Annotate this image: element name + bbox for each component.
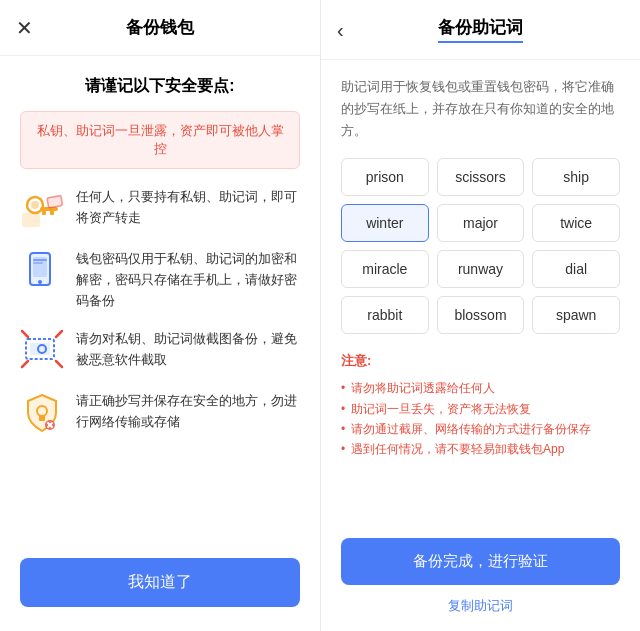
security-item-4: 请正确抄写并保存在安全的地方，勿进行网络传输或存储 [20, 391, 300, 435]
notice-item-4: 遇到任何情况，请不要轻易卸载钱包App [341, 439, 620, 459]
mnemonic-word-8: runway [437, 250, 525, 288]
left-header: ✕ 备份钱包 [0, 0, 320, 56]
right-content: 助记词用于恢复钱包或重置钱包密码，将它准确的抄写在纸上，并存放在只有你知道的安全… [321, 60, 640, 526]
mnemonic-grid: prisonscissorsshipwintermajortwicemiracl… [341, 158, 620, 334]
left-title: 备份钱包 [126, 16, 194, 39]
mnemonic-word-12: spawn [532, 296, 620, 334]
notice-section: 注意: 请勿将助记词透露给任何人助记词一旦丢失，资产将无法恢复请勿通过截屏、网络… [341, 352, 620, 460]
mnemonic-word-1: prison [341, 158, 429, 196]
right-header: ‹ 备份助记词 [321, 0, 640, 60]
backup-button[interactable]: 备份完成，进行验证 [341, 538, 620, 585]
back-button[interactable]: ‹ [337, 18, 344, 41]
mnemonic-description: 助记词用于恢复钱包或重置钱包密码，将它准确的抄写在纸上，并存放在只有你知道的安全… [341, 76, 620, 142]
notice-item-2: 助记词一旦丢失，资产将无法恢复 [341, 399, 620, 419]
security-text-2: 钱包密码仅用于私钥、助记词的加密和解密，密码只存储在手机上，请做好密码备份 [76, 249, 300, 311]
security-text-3: 请勿对私钥、助记词做截图备份，避免被恶意软件截取 [76, 329, 300, 371]
security-item-2: 钱包密码仅用于私钥、助记词的加密和解密，密码只存储在手机上，请做好密码备份 [20, 249, 300, 311]
svg-line-15 [22, 331, 28, 337]
mnemonic-word-2: scissors [437, 158, 525, 196]
svg-line-19 [56, 361, 62, 367]
warning-banner: 私钥、助记词一旦泄露，资产即可被他人掌控 [20, 111, 300, 169]
mnemonic-word-11: blossom [437, 296, 525, 334]
svg-rect-0 [22, 213, 40, 227]
svg-line-18 [22, 361, 28, 367]
notice-item-3: 请勿通过截屏、网络传输的方式进行备份保存 [341, 419, 620, 439]
security-title: 请谨记以下安全要点: [20, 76, 300, 97]
phone-icon [20, 249, 64, 293]
security-text-1: 任何人，只要持有私钥、助记词，即可将资产转走 [76, 187, 300, 229]
notice-title: 注意: [341, 352, 620, 370]
svg-rect-21 [39, 415, 45, 421]
svg-rect-4 [50, 209, 54, 215]
mnemonic-word-4: winter [341, 204, 429, 242]
mnemonic-word-5: major [437, 204, 525, 242]
svg-rect-11 [33, 259, 47, 261]
left-panel: ✕ 备份钱包 请谨记以下安全要点: 私钥、助记词一旦泄露，资产即可被他人掌控 [0, 0, 320, 631]
mnemonic-word-3: ship [532, 158, 620, 196]
mnemonic-word-6: twice [532, 204, 620, 242]
security-item-1: 任何人，只要持有私钥、助记词，即可将资产转走 [20, 187, 300, 231]
svg-line-16 [56, 331, 62, 337]
shield-icon [20, 391, 64, 435]
copy-mnemonic-link[interactable]: 复制助记词 [341, 597, 620, 615]
left-content: 请谨记以下安全要点: 私钥、助记词一旦泄露，资产即可被他人掌控 任何人，只要持有… [0, 56, 320, 542]
screenshot-icon [20, 329, 64, 373]
right-footer: 备份完成，进行验证 复制助记词 [321, 526, 640, 631]
right-panel: ‹ 备份助记词 助记词用于恢复钱包或重置钱包密码，将它准确的抄写在纸上，并存放在… [320, 0, 640, 631]
security-text-4: 请正确抄写并保存在安全的地方，勿进行网络传输或存储 [76, 391, 300, 433]
svg-point-10 [38, 280, 42, 284]
notice-item-1: 请勿将助记词透露给任何人 [341, 378, 620, 398]
mnemonic-word-10: rabbit [341, 296, 429, 334]
svg-point-2 [31, 201, 39, 209]
security-item-3: 请勿对私钥、助记词做截图备份，避免被恶意软件截取 [20, 329, 300, 373]
mnemonic-word-7: miracle [341, 250, 429, 288]
close-button[interactable]: ✕ [16, 16, 33, 40]
mnemonic-word-9: dial [532, 250, 620, 288]
svg-rect-5 [42, 209, 46, 215]
right-title: 备份助记词 [438, 16, 523, 43]
key-icon [20, 187, 64, 231]
confirm-button[interactable]: 我知道了 [20, 558, 300, 607]
left-footer: 我知道了 [0, 542, 320, 631]
svg-rect-12 [33, 262, 43, 264]
